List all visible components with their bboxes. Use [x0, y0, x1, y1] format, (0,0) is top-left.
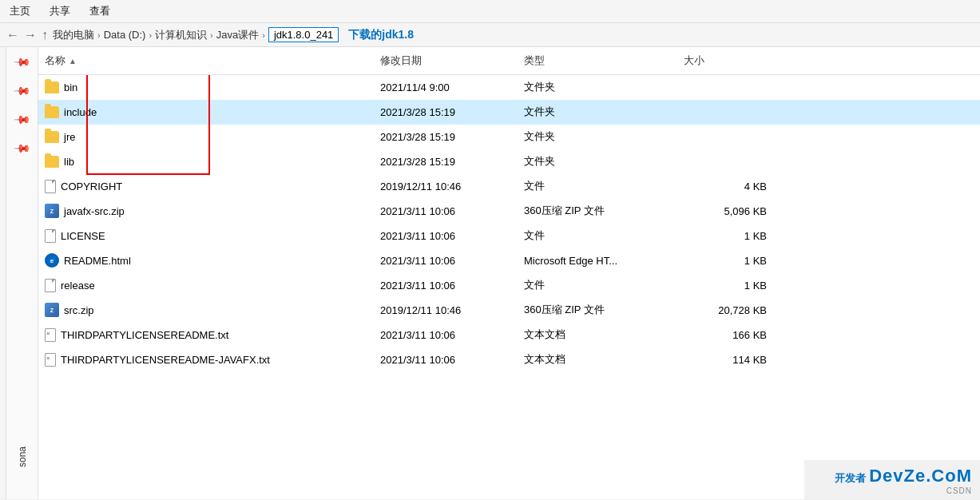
pin-icon-3[interactable]: 📌: [13, 109, 31, 128]
file-modified-cell: 2021/3/11 10:06: [374, 201, 518, 220]
file-icon: [45, 229, 56, 243]
zip-icon: Z: [45, 204, 59, 218]
sidebar-personal-label: sona: [17, 446, 28, 467]
file-name-cell: Z javafx-src.zip: [38, 201, 374, 220]
file-modified-cell: 2021/3/11 10:06: [374, 325, 518, 344]
breadcrumb-sep3: ›: [210, 30, 213, 40]
file-size-cell: 5,096 KB: [677, 201, 773, 220]
file-modified-cell: 2021/3/11 10:06: [374, 251, 518, 270]
file-name-cell: Z src.zip: [38, 300, 374, 319]
col-header-type[interactable]: 类型: [518, 50, 677, 71]
file-modified-cell: 2021/3/28 15:19: [374, 127, 518, 146]
file-size-cell: 1 KB: [677, 276, 773, 295]
file-type-cell: 文件夹: [518, 77, 677, 97]
file-type-cell: 文本文档: [518, 325, 677, 344]
breadcrumb-jdk-highlight[interactable]: jdk1.8.0_241: [268, 27, 339, 42]
breadcrumb-jisuanji[interactable]: 计算机知识: [155, 28, 207, 42]
file-size-cell: 1 KB: [677, 226, 773, 245]
pin-icon-2[interactable]: 📌: [13, 81, 31, 99]
menu-item-view[interactable]: 查看: [86, 2, 113, 20]
file-type-cell: 文件: [518, 177, 677, 196]
file-name-cell: lib: [38, 152, 374, 171]
table-row[interactable]: release 2021/3/11 10:06 文件 1 KB: [38, 273, 980, 298]
table-row[interactable]: include 2021/3/28 15:19 文件夹: [38, 100, 980, 125]
file-size-cell: 1 KB: [677, 251, 773, 270]
sort-arrow-icon: ▲: [69, 57, 77, 65]
table-row[interactable]: jre 2021/3/28 15:19 文件夹: [38, 125, 980, 149]
quick-access-strip: [0, 47, 6, 499]
txt-icon: [45, 328, 56, 342]
col-header-size[interactable]: 大小: [677, 50, 773, 71]
file-size-cell: 166 KB: [677, 325, 773, 344]
file-type-cell: 文件夹: [518, 127, 677, 146]
watermark-devze: DevZe.CoM: [869, 466, 972, 486]
file-area[interactable]: 名称 ▲ 修改日期 类型 大小 bin 2021/11/4 9:00 文件夹: [38, 47, 980, 499]
sidebar: 📌 📌 📌 📌 sona: [6, 47, 38, 499]
file-type-cell: 文件夹: [518, 152, 677, 171]
file-icon: [45, 279, 56, 292]
file-type-cell: 360压缩 ZIP 文件: [518, 300, 677, 319]
file-type-cell: 文件: [518, 276, 677, 295]
menu-item-home[interactable]: 主页: [6, 2, 34, 20]
file-name-cell: COPYRIGHT: [38, 177, 374, 196]
table-row[interactable]: LICENSE 2021/3/11 10:06 文件 1 KB: [38, 224, 980, 248]
file-type-cell: Microsoft Edge HT...: [518, 251, 677, 270]
main-area: 📌 📌 📌 📌 sona 名称 ▲ 修改日期 类型 大小: [0, 47, 980, 499]
file-modified-cell: 2021/3/11 10:06: [374, 276, 518, 295]
file-size-cell: 114 KB: [677, 350, 773, 369]
menu-item-share[interactable]: 共享: [46, 2, 73, 20]
file-size-cell: [677, 152, 773, 171]
watermark-kaifazhe: 开发者: [835, 471, 866, 486]
txt-icon: [45, 353, 56, 367]
col-header-name[interactable]: 名称 ▲: [38, 50, 374, 71]
file-modified-cell: 2021/3/11 10:06: [374, 226, 518, 245]
file-name-cell: release: [38, 276, 374, 295]
breadcrumb-datad[interactable]: Data (D:): [104, 29, 146, 41]
folder-icon: [45, 81, 59, 93]
file-name-cell: THIRDPARTYLICENSEREADME.txt: [38, 325, 374, 344]
file-type-cell: 文件: [518, 226, 677, 245]
file-name-cell: include: [38, 102, 374, 121]
table-row[interactable]: Z src.zip 2019/12/11 10:46 360压缩 ZIP 文件 …: [38, 298, 980, 323]
table-row[interactable]: e README.html 2021/3/11 10:06 Microsoft …: [38, 248, 980, 273]
folder-icon: [45, 156, 59, 168]
file-modified-cell: 2019/12/11 10:46: [374, 177, 518, 196]
file-size-cell: [677, 127, 773, 146]
folder-icon: [45, 131, 59, 143]
breadcrumb-bar: ← → ↑ 我的电脑 › Data (D:) › 计算机知识 › Java课件 …: [0, 23, 980, 47]
col-header-modified[interactable]: 修改日期: [374, 50, 518, 71]
column-headers: 名称 ▲ 修改日期 类型 大小: [38, 47, 980, 75]
file-name-cell: THIRDPARTYLICENSEREADME-JAVAFX.txt: [38, 350, 374, 369]
menu-bar: 主页 共享 查看: [0, 0, 980, 23]
breadcrumb-sep1: ›: [97, 30, 101, 40]
file-name-cell: bin: [38, 77, 374, 97]
zip-icon: Z: [45, 303, 59, 317]
table-row[interactable]: bin 2021/11/4 9:00 文件夹: [38, 75, 980, 100]
breadcrumb-javakecheng[interactable]: Java课件: [216, 28, 259, 42]
pin-icon-4[interactable]: 📌: [13, 138, 31, 157]
file-name-cell: e README.html: [38, 251, 374, 270]
pin-icon-1[interactable]: 📌: [13, 52, 31, 70]
file-type-cell: 360压缩 ZIP 文件: [518, 201, 677, 220]
file-type-cell: 文本文档: [518, 350, 677, 369]
table-row[interactable]: lib 2021/3/28 15:19 文件夹: [38, 149, 980, 174]
table-row[interactable]: THIRDPARTYLICENSEREADME-JAVAFX.txt 2021/…: [38, 347, 980, 372]
file-modified-cell: 2021/3/28 15:19: [374, 102, 518, 121]
table-row[interactable]: Z javafx-src.zip 2021/3/11 10:06 360压缩 Z…: [38, 199, 980, 224]
watermark-csdn: CSDN: [946, 486, 972, 495]
folder-icon: [45, 106, 59, 118]
breadcrumb-mypc[interactable]: 我的电脑: [53, 28, 94, 42]
file-size-cell: [677, 77, 773, 97]
file-type-cell: 文件夹: [518, 102, 677, 121]
file-size-cell: 4 KB: [677, 177, 773, 196]
file-icon: [45, 180, 56, 193]
annotation-label: 下载的jdk1.8: [348, 28, 414, 42]
table-row[interactable]: THIRDPARTYLICENSEREADME.txt 2021/3/11 10…: [38, 323, 980, 347]
breadcrumb-sep2: ›: [149, 30, 152, 40]
file-modified-cell: 2019/12/11 10:46: [374, 300, 518, 319]
breadcrumb-sep4: ›: [262, 30, 265, 40]
file-name-cell: jre: [38, 127, 374, 146]
table-row[interactable]: COPYRIGHT 2019/12/11 10:46 文件 4 KB: [38, 174, 980, 199]
edge-icon: e: [45, 253, 59, 268]
file-size-cell: 20,728 KB: [677, 300, 773, 319]
